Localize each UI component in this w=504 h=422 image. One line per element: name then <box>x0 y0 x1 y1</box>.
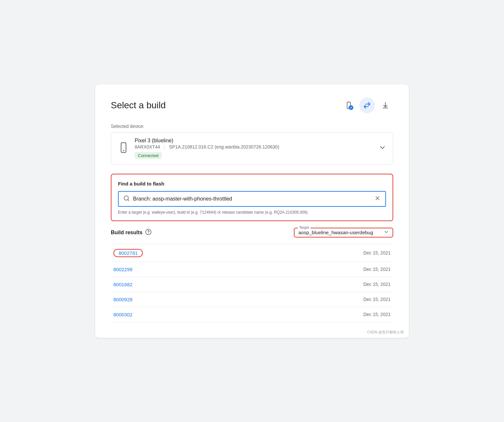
find-build-section: Find a build to flash Enter a target (e.… <box>111 174 393 221</box>
device-connected-button[interactable] <box>341 97 357 113</box>
chevron-down-icon[interactable] <box>378 144 386 153</box>
header-row: Select a build <box>111 97 393 113</box>
search-hint: Enter a target (e.g. walleye-user), buil… <box>118 209 386 215</box>
main-card: Select a build <box>95 84 409 338</box>
build-row: 8000928Dec 15, 2021 <box>111 292 393 307</box>
header-icons <box>341 97 393 113</box>
search-input[interactable] <box>133 196 371 202</box>
build-id[interactable]: 8002299 <box>113 267 132 272</box>
target-label: Target <box>298 225 311 229</box>
target-select[interactable]: aosp_blueline_hwasan-userdebugaosp_bluel… <box>298 230 390 235</box>
search-icon <box>123 195 130 203</box>
watermark: CSDN @安仔都有人用 <box>367 330 404 335</box>
selected-device-label: Selected device: <box>111 124 393 129</box>
device-info: Pixel 3 (blueline) 8ARX0XT44 | SP1A.2108… <box>135 138 373 159</box>
build-list: 8002781Dec 15, 20218002299Dec 15, 202180… <box>111 244 393 322</box>
clear-icon[interactable] <box>374 195 381 203</box>
device-icon-wrap <box>345 101 353 109</box>
build-date: Dec 15, 2021 <box>363 250 391 255</box>
device-phone-icon <box>118 142 129 155</box>
search-box <box>118 191 386 207</box>
download-button[interactable] <box>378 97 393 113</box>
connected-badge: Connected <box>135 152 162 159</box>
find-build-title: Find a build to flash <box>118 181 386 186</box>
device-serial: 8ARX0XT44 | SP1A.210812.016.C2 (eng.wanb… <box>135 144 373 149</box>
transfer-icon <box>363 101 371 109</box>
target-dropdown-wrap: Target aosp_blueline_hwasan-userdebugaos… <box>294 228 393 237</box>
build-id[interactable]: 8002781 <box>113 249 143 257</box>
build-date: Dec 15, 2021 <box>363 267 391 272</box>
svg-line-8 <box>128 199 129 201</box>
device-name: Pixel 3 (blueline) <box>135 138 373 144</box>
build-id[interactable]: 8000302 <box>113 312 132 317</box>
device-card: Pixel 3 (blueline) 8ARX0XT44 | SP1A.2108… <box>111 132 393 165</box>
device-check-badge <box>349 105 353 110</box>
build-date: Dec 15, 2021 <box>363 312 391 317</box>
build-row: 8001682Dec 15, 2021 <box>111 277 393 292</box>
build-row: 8000302Dec 15, 2021 <box>111 307 393 322</box>
build-id[interactable]: 8000928 <box>113 297 132 302</box>
results-row: Build results Target aosp_blueline_hwasa… <box>111 228 393 237</box>
build-results-label: Build results <box>111 229 152 237</box>
check-icon <box>349 106 353 109</box>
build-date: Dec 15, 2021 <box>363 282 391 287</box>
build-row: 8002781Dec 15, 2021 <box>111 244 393 262</box>
build-id[interactable]: 8001682 <box>113 282 132 287</box>
download-icon <box>381 101 389 109</box>
transfer-button[interactable] <box>359 97 375 113</box>
build-date: Dec 15, 2021 <box>363 297 391 302</box>
page-title: Select a build <box>111 100 166 111</box>
build-row: 8002299Dec 15, 2021 <box>111 262 393 277</box>
help-icon[interactable] <box>145 229 152 237</box>
